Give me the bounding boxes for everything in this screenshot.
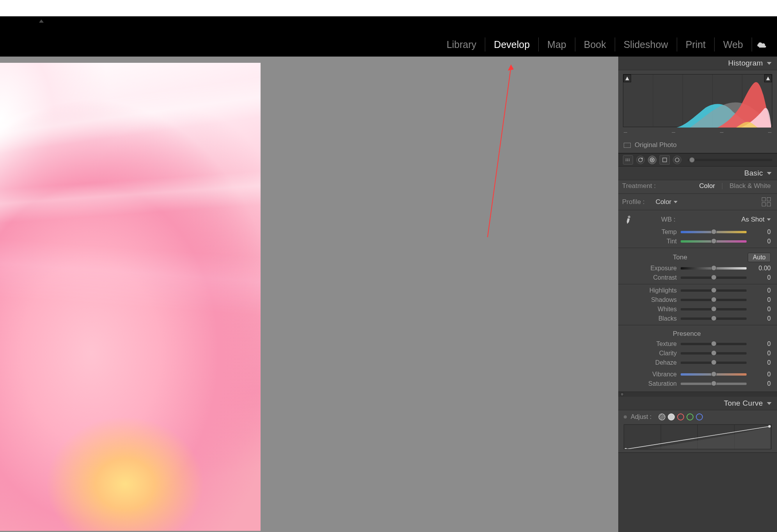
tc-channel-blue[interactable] xyxy=(696,413,703,420)
tc-channel-param[interactable] xyxy=(658,413,665,420)
clarity-label: Clarity xyxy=(622,350,681,357)
original-photo-label: Original Photo xyxy=(635,141,677,149)
temp-label: Temp xyxy=(622,229,681,236)
texture-slider[interactable]: Texture 0 xyxy=(618,339,777,349)
dehaze-label: Dehaze xyxy=(622,359,681,366)
shadows-value[interactable]: 0 xyxy=(750,296,771,303)
vibrance-slider[interactable]: Vibrance 0 xyxy=(618,370,777,379)
hist-info-3: – xyxy=(720,129,724,136)
texture-value[interactable]: 0 xyxy=(750,340,771,348)
module-tab-library[interactable]: Library xyxy=(438,37,485,51)
module-tab-develop[interactable]: Develop xyxy=(485,37,539,51)
whites-slider[interactable]: Whites 0 xyxy=(618,305,777,314)
contrast-slider[interactable]: Contrast 0 xyxy=(618,273,777,282)
presence-section-head: Presence xyxy=(618,327,777,339)
tonecurve-channel-picker xyxy=(658,413,703,420)
tone-section-title: Tone xyxy=(673,254,687,261)
panel-title-histogram: Histogram xyxy=(728,59,763,67)
cloud-sync-icon[interactable] xyxy=(756,41,768,48)
panel-header-tonecurve[interactable]: Tone Curve xyxy=(618,397,777,410)
tone-section-head: Tone Auto xyxy=(618,250,777,264)
highlights-value[interactable]: 0 xyxy=(750,287,771,294)
histogram-graph[interactable] xyxy=(623,74,772,127)
aspect-ratio-icon xyxy=(624,143,631,148)
vibrance-value[interactable]: 0 xyxy=(750,371,771,378)
brush-size-slider[interactable] xyxy=(688,159,772,161)
redeye-tool-icon[interactable] xyxy=(648,156,656,164)
svg-point-25 xyxy=(624,448,627,449)
contrast-label: Contrast xyxy=(622,274,681,281)
identity-disclosure-triangle[interactable] xyxy=(39,20,44,23)
hist-info-2: – xyxy=(672,129,675,136)
svg-rect-20 xyxy=(628,215,631,218)
hist-info-1: – xyxy=(624,129,627,136)
window-titlebar xyxy=(0,0,777,16)
shadows-slider[interactable]: Shadows 0 xyxy=(618,295,777,305)
svg-rect-9 xyxy=(627,159,628,160)
module-tab-print[interactable]: Print xyxy=(677,37,715,51)
graduated-filter-tool-icon[interactable] xyxy=(673,156,681,164)
profile-browser-icon[interactable] xyxy=(762,197,771,206)
clarity-value[interactable]: 0 xyxy=(750,350,771,357)
tc-channel-rgb[interactable] xyxy=(668,413,675,420)
eyedropper-icon[interactable] xyxy=(621,212,636,227)
photo-preview[interactable] xyxy=(0,63,261,531)
tonecurve-adjust-label: Adjust : xyxy=(631,413,651,420)
panel-title-basic: Basic xyxy=(744,169,763,177)
auto-tone-button[interactable]: Auto xyxy=(748,253,771,262)
tonecurve-graph[interactable] xyxy=(624,424,772,449)
exposure-label: Exposure xyxy=(622,265,681,272)
shadows-label: Shadows xyxy=(622,296,681,303)
svg-point-15 xyxy=(641,158,643,159)
svg-rect-10 xyxy=(629,159,630,160)
module-tab-map[interactable]: Map xyxy=(539,37,575,51)
basic-panel: Treatment : Color Black & White Profile … xyxy=(618,180,777,392)
module-tab-book[interactable]: Book xyxy=(575,37,615,51)
develop-tool-strip xyxy=(618,153,777,167)
temp-value[interactable]: 0 xyxy=(750,229,771,236)
highlights-slider[interactable]: Highlights 0 xyxy=(618,286,777,295)
tint-label: Tint xyxy=(622,238,681,245)
blacks-value[interactable]: 0 xyxy=(750,315,771,322)
canvas-area[interactable] xyxy=(0,57,618,532)
wb-value-text: As Shot xyxy=(741,216,765,223)
crop-tool-icon[interactable] xyxy=(623,155,633,165)
svg-rect-12 xyxy=(627,160,628,161)
spot-removal-tool-icon[interactable] xyxy=(636,156,645,164)
panel-toggle-grip[interactable] xyxy=(618,392,777,397)
tint-slider[interactable]: Tint 0 xyxy=(618,237,777,246)
dehaze-slider[interactable]: Dehaze 0 xyxy=(618,358,777,367)
clarity-slider[interactable]: Clarity 0 xyxy=(618,349,777,358)
blacks-slider[interactable]: Blacks 0 xyxy=(618,314,777,323)
saturation-slider[interactable]: Saturation 0 xyxy=(618,379,777,388)
whites-value[interactable]: 0 xyxy=(750,306,771,313)
histogram-info-row: – – – – xyxy=(623,127,772,136)
saturation-label: Saturation xyxy=(622,380,681,387)
exposure-slider[interactable]: Exposure 0.00 xyxy=(618,264,777,273)
panel-header-basic[interactable]: Basic xyxy=(618,167,777,180)
treatment-color-option[interactable]: Color xyxy=(699,182,715,190)
tc-channel-green[interactable] xyxy=(687,413,694,420)
profile-value-dropdown[interactable]: Color xyxy=(656,198,678,206)
treatment-bw-option[interactable]: Black & White xyxy=(729,182,771,190)
contrast-value[interactable]: 0 xyxy=(750,274,771,281)
module-tab-slideshow[interactable]: Slideshow xyxy=(615,37,677,51)
blacks-label: Blacks xyxy=(622,315,681,322)
temp-slider[interactable]: Temp 0 xyxy=(618,227,777,237)
target-adjust-icon[interactable] xyxy=(624,415,627,419)
chevron-down-icon xyxy=(767,402,772,405)
tint-value[interactable]: 0 xyxy=(750,238,771,245)
masking-tool-icon[interactable] xyxy=(660,155,670,165)
texture-label: Texture xyxy=(622,340,681,348)
panel-header-histogram[interactable]: Histogram xyxy=(618,57,777,70)
exposure-value[interactable]: 0.00 xyxy=(750,265,771,272)
chevron-down-icon xyxy=(767,218,771,221)
wb-value-dropdown[interactable]: As Shot xyxy=(741,216,771,223)
module-tab-web[interactable]: Web xyxy=(715,37,752,51)
original-photo-row[interactable]: Original Photo xyxy=(618,137,777,153)
svg-rect-8 xyxy=(626,159,626,160)
tc-channel-red[interactable] xyxy=(677,413,684,420)
treatment-separator xyxy=(722,183,722,189)
dehaze-value[interactable]: 0 xyxy=(750,359,771,366)
saturation-value[interactable]: 0 xyxy=(750,380,771,387)
